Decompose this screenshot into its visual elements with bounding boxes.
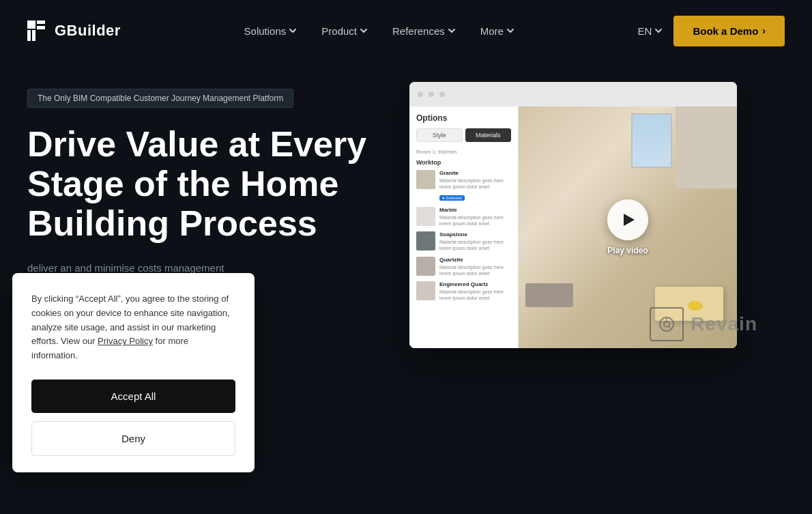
language-selector[interactable]: EN [638, 25, 663, 37]
material-name: Engineered Quartz [439, 281, 511, 287]
screenshot-header [409, 82, 737, 106]
chevron-down-icon [506, 27, 514, 35]
options-panel: Options Style Materials Room 1: Kitchen … [409, 106, 519, 348]
materials-list: Granite Material description goes here l… [416, 170, 511, 301]
svg-line-8 [669, 326, 671, 329]
svg-rect-0 [27, 20, 35, 29]
material-name: Marble [439, 207, 511, 213]
tab-row: Style Materials [416, 128, 511, 142]
nav-references[interactable]: References [383, 20, 465, 42]
material-info: Quartzite Material description goes here… [439, 257, 511, 276]
revain-icon-svg [656, 314, 677, 334]
material-name: Soapstone [439, 231, 511, 238]
privacy-policy-link[interactable]: Privacy Policy [98, 336, 153, 346]
play-label: Play video [607, 246, 648, 255]
material-desc: Material description goes here lorem ips… [439, 289, 511, 301]
svg-point-6 [664, 322, 669, 327]
material-swatch [416, 231, 435, 251]
logo[interactable]: GBuilder [27, 20, 121, 41]
material-item[interactable]: Granite Material description goes here l… [416, 170, 511, 202]
material-desc: Material description goes here lorem ips… [439, 177, 511, 190]
material-item[interactable]: Marble Material description goes here lo… [416, 207, 511, 227]
material-info: Granite Material description goes here l… [439, 170, 511, 202]
material-info: Marble Material description goes here lo… [439, 207, 511, 227]
nav-links: Solutions Product References More [235, 20, 524, 42]
nav-solutions[interactable]: Solutions [235, 20, 307, 42]
arrow-right-icon: › [762, 25, 766, 36]
material-item[interactable]: Soapstone Material description goes here… [416, 231, 511, 251]
chevron-down-icon [654, 27, 663, 35]
hero-heading: Drive Value at Every Stage of the Home B… [27, 124, 382, 244]
left-column: The Only BIM Compatible Customer Journey… [27, 82, 382, 298]
play-overlay[interactable]: Play video [607, 199, 648, 255]
room-cabinet [676, 106, 737, 188]
deny-button[interactable]: Deny [31, 421, 235, 456]
material-desc: Material description goes here lorem ips… [439, 239, 511, 251]
chevron-down-icon [289, 27, 297, 35]
material-swatch [416, 170, 435, 189]
material-info: Engineered Quartz Material description g… [439, 281, 511, 301]
hero-badge: The Only BIM Compatible Customer Journey… [27, 89, 293, 108]
material-desc: Material description goes here lorem ips… [439, 264, 511, 276]
navbar: GBuilder Solutions Product References Mo… [0, 0, 812, 61]
revain-logo: Revain [650, 307, 757, 341]
bottom-logos: Revain [650, 307, 757, 341]
material-item[interactable]: Quartzite Material description goes here… [416, 257, 511, 276]
window-dot [439, 91, 445, 97]
chevron-down-icon [448, 27, 456, 35]
room-label: Room 1: Kitchen [416, 149, 511, 155]
revain-icon [650, 307, 684, 341]
room-couch [525, 283, 573, 307]
logo-icon [27, 20, 48, 41]
material-desc: Material description goes here lorem ips… [439, 214, 511, 227]
room-window [631, 113, 672, 168]
material-swatch [416, 207, 435, 226]
svg-rect-3 [27, 30, 31, 41]
tab-materials[interactable]: Materials [465, 128, 512, 142]
material-item[interactable]: Engineered Quartz Material description g… [416, 281, 511, 301]
material-swatch [416, 281, 435, 300]
cookie-banner: By clicking “Accept All”, you agree to t… [12, 273, 255, 472]
tab-style[interactable]: Style [416, 128, 463, 142]
nav-product[interactable]: Product [312, 20, 377, 42]
options-title: Options [416, 113, 511, 123]
logo-text: GBuilder [55, 22, 121, 40]
material-name: Granite [439, 170, 511, 176]
right-column: Options Style Materials Room 1: Kitchen … [409, 82, 785, 355]
nav-right: EN Book a Demo › [638, 16, 785, 46]
material-name: Quartzite [439, 257, 511, 263]
material-info: Soapstone Material description goes here… [439, 231, 511, 251]
material-swatch [416, 257, 435, 276]
book-demo-button[interactable]: Book a Demo › [673, 16, 785, 46]
selected-badge: ● Selected [439, 195, 465, 201]
chevron-down-icon [360, 27, 368, 35]
window-dot [429, 91, 434, 97]
section-label: Worktop [416, 159, 511, 166]
svg-rect-2 [37, 26, 45, 29]
nav-more[interactable]: More [471, 20, 524, 42]
play-circle[interactable] [607, 199, 648, 240]
play-icon [624, 214, 635, 226]
svg-rect-4 [32, 30, 35, 41]
revain-text: Revain [691, 313, 757, 335]
svg-rect-1 [37, 20, 45, 24]
accept-all-button[interactable]: Accept All [31, 380, 235, 413]
cookie-text: By clicking “Accept All”, you agree to t… [31, 292, 235, 363]
window-dot [418, 91, 423, 97]
